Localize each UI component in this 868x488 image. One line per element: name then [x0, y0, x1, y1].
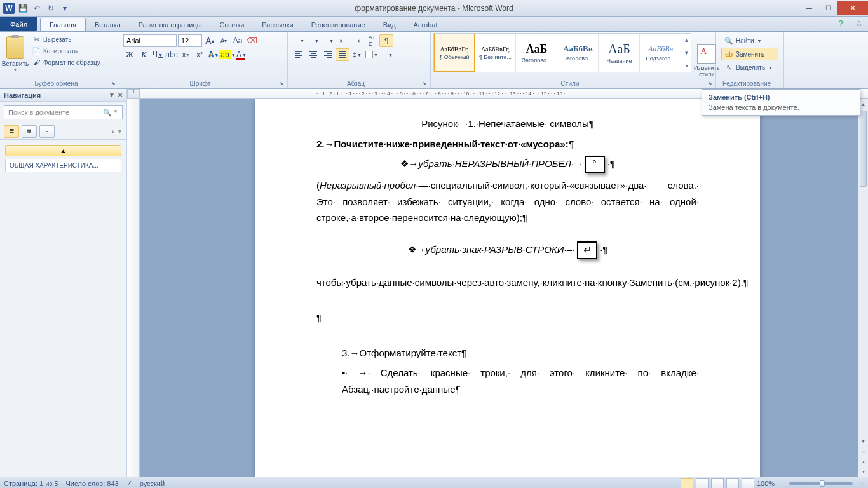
ribbon-collapse-icon[interactable]: △: [857, 19, 862, 26]
copy-button[interactable]: 📄Копировать: [31, 46, 102, 56]
status-proofing-icon[interactable]: ✓: [126, 479, 132, 487]
paste-button[interactable]: Вставить ▼: [3, 33, 28, 75]
paragraph-launcher[interactable]: ⬊: [423, 81, 429, 87]
style-title[interactable]: АаБНазвание: [599, 34, 640, 72]
save-button[interactable]: 💾: [17, 2, 29, 15]
bold-button[interactable]: Ж: [123, 48, 136, 61]
style-normal[interactable]: АаБбВвГг,¶ Обычный: [434, 34, 475, 72]
qat-dropdown[interactable]: ▾: [58, 2, 71, 15]
format-painter-button[interactable]: 🖌Формат по образцу: [31, 57, 102, 67]
minimize-button[interactable]: —: [799, 1, 818, 15]
tab-file[interactable]: Файл: [0, 17, 37, 31]
ruler-corner[interactable]: └: [127, 89, 140, 99]
tab-page-layout[interactable]: Разметка страницы: [130, 18, 211, 31]
tab-mailings[interactable]: Рассылки: [253, 18, 302, 31]
maximize-button[interactable]: ☐: [818, 1, 837, 15]
shading-button[interactable]: ▼: [365, 48, 379, 61]
borders-button[interactable]: ▼: [379, 48, 393, 61]
next-page-button[interactable]: ▾: [858, 466, 868, 477]
font-name-combo[interactable]: [123, 34, 177, 47]
sort-button[interactable]: A↓Z: [365, 34, 379, 47]
font-launcher[interactable]: ⬊: [280, 81, 286, 87]
change-case-button[interactable]: Aa: [231, 34, 244, 47]
tab-view[interactable]: Вид: [374, 18, 405, 31]
view-draft[interactable]: [742, 478, 754, 489]
align-left-button[interactable]: [292, 48, 306, 61]
multilevel-button[interactable]: ▼: [321, 34, 335, 47]
zoom-in-button[interactable]: +: [860, 480, 864, 487]
zoom-thumb[interactable]: [820, 480, 825, 487]
prev-page-button[interactable]: ▴: [858, 456, 868, 466]
find-button[interactable]: 🔍Найти▼: [721, 34, 778, 47]
numbering-button[interactable]: ▼: [306, 34, 320, 47]
font-color-button[interactable]: A▼: [235, 48, 248, 61]
nav-close-icon[interactable]: ✕: [118, 92, 123, 98]
search-icon[interactable]: 🔍: [103, 109, 112, 117]
vertical-ruler[interactable]: [127, 99, 140, 477]
close-button[interactable]: ✕: [837, 1, 868, 15]
browse-object-button[interactable]: ○: [858, 446, 868, 456]
search-dropdown-icon[interactable]: ▼: [113, 109, 118, 117]
bullets-button[interactable]: ▼: [292, 34, 306, 47]
underline-button[interactable]: Ч▼: [151, 48, 164, 61]
nav-prev-icon[interactable]: ▲: [110, 128, 116, 135]
nav-tab-headings[interactable]: ☰: [4, 125, 19, 138]
show-formatting-button[interactable]: ¶: [379, 34, 393, 47]
help-icon[interactable]: ?: [839, 19, 849, 29]
scroll-thumb[interactable]: [860, 111, 867, 187]
vertical-scrollbar[interactable]: ▲ ▼ ○ ▴ ▾: [858, 99, 868, 477]
grow-font-button[interactable]: A▴: [203, 34, 216, 47]
status-words[interactable]: Число слов: 843: [66, 480, 119, 487]
font-size-combo[interactable]: [178, 34, 202, 47]
view-full-screen[interactable]: [696, 478, 709, 489]
text-effects-button[interactable]: A▼: [207, 48, 220, 61]
strike-button[interactable]: abc: [165, 48, 178, 61]
undo-button[interactable]: ↶: [31, 2, 43, 15]
view-web-layout[interactable]: [711, 478, 724, 489]
zoom-slider[interactable]: [789, 482, 853, 485]
clear-formatting-button[interactable]: ⌫: [245, 34, 258, 47]
italic-button[interactable]: К: [137, 48, 150, 61]
nav-outline-item[interactable]: ОБЩАЯ ХАРАКТЕРИСТИКА...: [5, 159, 121, 172]
styles-expand[interactable]: ▾: [682, 59, 691, 72]
status-page[interactable]: Страница: 1 из 5: [4, 480, 58, 487]
style-heading2[interactable]: АаБбВвЗаголово...: [558, 34, 599, 72]
superscript-button[interactable]: x²: [193, 48, 206, 61]
zoom-out-button[interactable]: −: [777, 480, 781, 487]
tab-review[interactable]: Рецензирование: [302, 18, 374, 31]
shrink-font-button[interactable]: A▾: [217, 34, 230, 47]
align-center-button[interactable]: [306, 48, 320, 61]
decrease-indent-button[interactable]: ⇤: [336, 34, 349, 47]
redo-button[interactable]: ↻: [44, 2, 57, 15]
justify-button[interactable]: [336, 48, 349, 61]
word-logo[interactable]: W: [3, 2, 15, 15]
replace-button[interactable]: abЗаменить: [721, 48, 778, 60]
status-language[interactable]: русский: [140, 480, 165, 487]
tab-acrobat[interactable]: Acrobat: [405, 18, 447, 31]
line-spacing-button[interactable]: ‡▼: [350, 48, 364, 61]
nav-collapse-bar[interactable]: ▲: [5, 145, 121, 156]
zoom-level[interactable]: 100%: [757, 480, 775, 487]
styles-launcher[interactable]: ⬊: [708, 81, 714, 87]
nav-next-icon[interactable]: ▼: [117, 128, 123, 135]
document-page[interactable]: Рисунок·–·1.·Непечатаемые· символы¶ 2.→П…: [255, 99, 760, 477]
style-no-spacing[interactable]: АаБбВвГг,¶ Без инте...: [475, 34, 516, 72]
tab-insert[interactable]: Вставка: [86, 18, 130, 31]
view-outline[interactable]: [726, 478, 739, 489]
view-print-layout[interactable]: [681, 478, 693, 489]
styles-row-up[interactable]: ▲: [682, 34, 691, 46]
subscript-button[interactable]: x₂: [179, 48, 192, 61]
scroll-down-button[interactable]: ▼: [858, 436, 868, 446]
align-right-button[interactable]: [321, 48, 335, 61]
nav-search-input[interactable]: Поиск в документе 🔍▼: [4, 105, 123, 119]
nav-tab-pages[interactable]: ▦: [22, 125, 37, 138]
document-scroll[interactable]: Рисунок·–·1.·Непечатаемые· символы¶ 2.→П…: [140, 99, 858, 477]
nav-tab-results[interactable]: ≡: [39, 125, 55, 138]
select-button[interactable]: ↖Выделить▼: [721, 61, 778, 74]
clipboard-launcher[interactable]: ⬊: [111, 81, 118, 87]
cut-button[interactable]: ✂Вырезать: [31, 34, 102, 44]
highlight-button[interactable]: ab▼: [221, 48, 234, 61]
nav-menu-icon[interactable]: ▼: [109, 92, 115, 98]
tab-home[interactable]: Главная: [40, 18, 86, 31]
tab-references[interactable]: Ссылки: [211, 18, 254, 31]
